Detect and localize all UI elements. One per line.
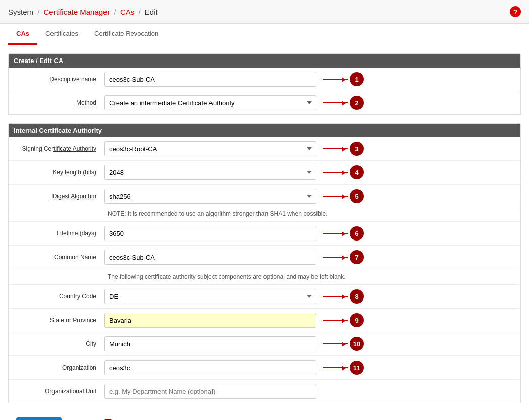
lifetime-row: Lifetime (days) 6 [9, 222, 520, 246]
circle-num-6: 6 [350, 226, 364, 241]
circle-num-10: 10 [350, 337, 364, 351]
method-select[interactable]: Create an internal Certificate Authority… [104, 95, 316, 110]
descriptive-name-input[interactable] [104, 72, 316, 87]
country-code-row: Country Code DEUSGBFR 8 [9, 285, 520, 309]
save-bar: 💾 Save 12 [8, 411, 521, 420]
breadcrumb: System / Certificate Manager / CAs / Edi… [8, 8, 158, 16]
circle-num-3: 3 [350, 142, 364, 156]
annotation-4: 4 [323, 165, 364, 179]
descriptive-name-control [104, 72, 316, 87]
country-code-control: DEUSGBFR [104, 289, 316, 304]
method-label: Method [14, 99, 104, 106]
lifetime-control [104, 226, 316, 241]
section2-header: Internal Certificate Authority [9, 124, 520, 137]
arrow-3 [323, 148, 348, 149]
optional-note: The following certificate authority subj… [9, 269, 520, 285]
circle-num-9: 9 [350, 313, 364, 327]
method-row: Method Create an internal Certificate Au… [9, 91, 520, 114]
tab-certificates[interactable]: Certificates [37, 24, 86, 45]
annotation-10: 10 [323, 337, 364, 351]
organization-input[interactable] [104, 360, 316, 375]
breadcrumb-system: System [8, 8, 33, 16]
annotation-7: 7 [323, 250, 364, 264]
circle-num-8: 8 [350, 289, 364, 304]
circle-num-2: 2 [350, 96, 364, 110]
annotation-3: 3 [323, 142, 364, 156]
common-name-control [104, 250, 316, 265]
organization-control [104, 360, 316, 375]
key-length-control: 512102420484096 [104, 165, 316, 180]
digest-algo-label: Digest Algorithm [14, 193, 104, 200]
org-unit-label: Organizational Unit [14, 388, 104, 395]
save-button[interactable]: 💾 Save [16, 417, 62, 420]
descriptive-name-row: Descriptive name 1 [9, 68, 520, 91]
tab-cas[interactable]: CAs [8, 24, 37, 45]
breadcrumb-cert-manager[interactable]: Certificate Manager [44, 8, 110, 16]
create-edit-ca-section: Create / Edit CA Descriptive name 1 Meth… [8, 53, 521, 115]
breadcrumb-edit: Edit [145, 8, 158, 16]
common-name-input[interactable] [104, 250, 316, 265]
annotation-2: 2 [323, 96, 364, 110]
common-name-label: Common Name [14, 254, 104, 261]
country-code-select[interactable]: DEUSGBFR [104, 289, 316, 304]
annotation-1: 1 [323, 72, 364, 86]
digest-algo-row: Digest Algorithm sha1sha224sha256sha384s… [9, 185, 520, 208]
arrow-6 [323, 233, 348, 234]
lifetime-label: Lifetime (days) [14, 230, 104, 237]
digest-note: NOTE: It is recommended to use an algori… [9, 208, 520, 222]
breadcrumb-cas[interactable]: CAs [120, 8, 134, 16]
state-label: State or Province [14, 317, 104, 324]
arrow-10 [323, 343, 348, 344]
signing-cert-label: Signing Certificate Authority [14, 145, 104, 152]
country-code-label: Country Code [14, 293, 104, 300]
arrow-2 [323, 102, 348, 103]
arrow-9 [323, 320, 348, 321]
circle-num-1: 1 [350, 72, 364, 86]
organization-row: Organization 11 [9, 356, 520, 380]
circle-num-7: 7 [350, 250, 364, 264]
city-row: City 10 [9, 332, 520, 356]
key-length-select[interactable]: 512102420484096 [104, 165, 316, 180]
breadcrumb-sep2: / [114, 8, 116, 16]
tab-certificate-revocation[interactable]: Certificate Revocation [86, 24, 167, 45]
annotation-6: 6 [323, 226, 364, 241]
arrow-8 [323, 296, 348, 297]
state-control [104, 313, 316, 328]
key-length-row: Key length (bits) 512102420484096 4 [9, 161, 520, 185]
arrow-4 [323, 172, 348, 173]
org-unit-row: Organizational Unit [9, 380, 520, 403]
internal-ca-section: Internal Certificate Authority Signing C… [8, 123, 521, 403]
circle-num-11: 11 [350, 361, 364, 375]
descriptive-name-label: Descriptive name [14, 76, 104, 83]
digest-algo-control: sha1sha224sha256sha384sha512 [104, 189, 316, 204]
annotation-9: 9 [323, 313, 364, 327]
org-unit-input[interactable] [104, 384, 316, 399]
help-icon[interactable]: ? [510, 6, 521, 17]
common-name-row: Common Name 7 [9, 246, 520, 269]
lifetime-input[interactable] [104, 226, 316, 241]
arrow-11 [323, 367, 348, 368]
main-content: Create / Edit CA Descriptive name 1 Meth… [0, 45, 529, 420]
annotation-8: 8 [323, 289, 364, 304]
city-input[interactable] [104, 336, 316, 351]
breadcrumb-sep1: / [37, 8, 39, 16]
arrow-1 [323, 79, 348, 80]
state-input[interactable] [104, 313, 316, 328]
annotation-11: 11 [323, 361, 364, 375]
signing-cert-control: ceos3c-Root-CA [104, 141, 316, 156]
city-control [104, 336, 316, 351]
circle-num-4: 4 [350, 165, 364, 179]
signing-cert-row: Signing Certificate Authority ceos3c-Roo… [9, 137, 520, 161]
org-unit-control [104, 384, 316, 399]
state-row: State or Province 9 [9, 309, 520, 332]
digest-algo-select[interactable]: sha1sha224sha256sha384sha512 [104, 189, 316, 204]
arrow-7 [323, 257, 348, 258]
section1-header: Create / Edit CA [9, 54, 520, 68]
key-length-label: Key length (bits) [14, 169, 104, 176]
method-control: Create an internal Certificate Authority… [104, 95, 316, 110]
breadcrumb-sep3: / [138, 8, 140, 16]
signing-cert-select[interactable]: ceos3c-Root-CA [104, 141, 316, 156]
annotation-5: 5 [323, 189, 364, 203]
circle-num-5: 5 [350, 189, 364, 203]
top-bar: System / Certificate Manager / CAs / Edi… [0, 0, 529, 24]
